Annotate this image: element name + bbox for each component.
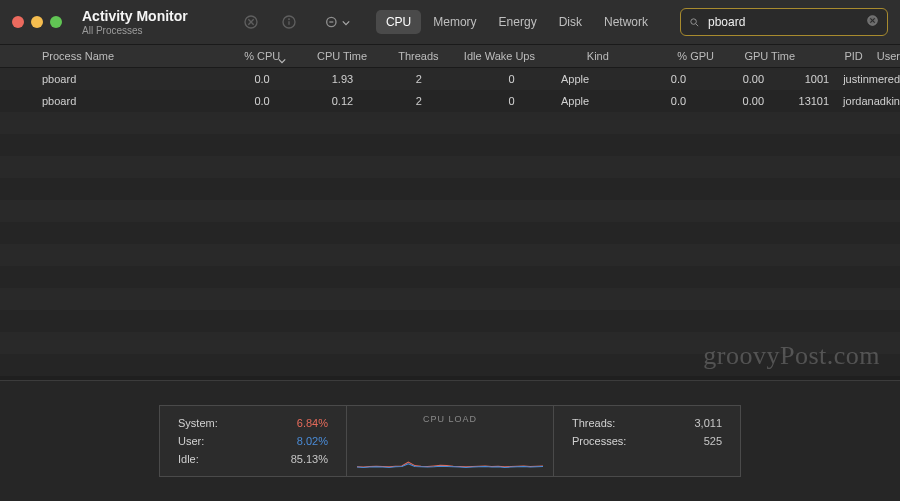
tab-disk[interactable]: Disk [549, 10, 592, 34]
window-controls [12, 16, 62, 28]
table-row [0, 288, 900, 310]
cell-threads: 2 [363, 95, 432, 107]
cell-pid: 13101 [774, 95, 839, 107]
cell-gputime: 0.00 [696, 73, 774, 85]
category-tabs: CPU Memory Energy Disk Network [376, 10, 658, 34]
cell-name: pboard [0, 95, 196, 107]
cpu-load-chart: CPU LOAD [347, 405, 553, 477]
table-row [0, 178, 900, 200]
search-input[interactable] [706, 14, 860, 30]
tab-cpu[interactable]: CPU [376, 10, 421, 34]
cell-user: jordanadkin [839, 95, 900, 107]
cell-user: justinmered [839, 73, 900, 85]
col-gpu-time[interactable]: GPU Time [724, 50, 805, 62]
cell-kind: Apple [525, 95, 626, 107]
cell-kind: Apple [525, 73, 626, 85]
fullscreen-icon[interactable] [50, 16, 62, 28]
xmark-circle-icon [866, 14, 879, 27]
process-table-body: pboard0.01.9320Apple0.00.001001justinmer… [0, 68, 900, 376]
idle-label: Idle: [178, 453, 199, 465]
col-process-name[interactable]: Process Name [0, 50, 203, 62]
clear-search-button[interactable] [866, 14, 879, 30]
col-cpu-time[interactable]: CPU Time [290, 50, 377, 62]
col-user[interactable]: User [873, 50, 900, 62]
cell-time: 1.93 [280, 73, 363, 85]
cell-wake: 0 [432, 95, 525, 107]
col-pid[interactable]: PID [805, 50, 873, 62]
table-row [0, 310, 900, 332]
cell-gputime: 0.00 [696, 95, 774, 107]
table-row [0, 134, 900, 156]
system-label: System: [178, 417, 218, 429]
cpu-load-title: CPU LOAD [365, 414, 535, 424]
table-row [0, 244, 900, 266]
cell-time: 0.12 [280, 95, 363, 107]
cell-cpu: 0.0 [196, 73, 279, 85]
cpu-sparkline [357, 438, 543, 468]
close-icon[interactable] [12, 16, 24, 28]
minimize-icon[interactable] [31, 16, 43, 28]
search-field[interactable] [680, 8, 888, 36]
titlebar: Activity Monitor All Processes CPU Memor… [0, 0, 900, 45]
processes-label: Processes: [572, 435, 626, 447]
cell-wake: 0 [432, 73, 525, 85]
col-threads[interactable]: Threads [377, 50, 448, 62]
table-row[interactable]: pboard0.01.9320Apple0.00.001001justinmer… [0, 68, 900, 90]
tab-network[interactable]: Network [594, 10, 658, 34]
cell-cpu: 0.0 [196, 95, 279, 107]
processes-value: 525 [704, 435, 722, 447]
threads-label: Threads: [572, 417, 615, 429]
table-row [0, 156, 900, 178]
svg-point-8 [691, 18, 697, 23]
col-kind[interactable]: Kind [545, 50, 651, 62]
cell-gpu: 0.0 [626, 95, 697, 107]
footer-panel: System:6.84% User:8.02% Idle:85.13% CPU … [0, 380, 900, 501]
options-menu-button[interactable] [314, 9, 354, 35]
table-row [0, 222, 900, 244]
app-title: Activity Monitor All Processes [82, 8, 188, 36]
table-row [0, 112, 900, 134]
counts-panel: Threads:3,011 Processes:525 [553, 405, 741, 477]
user-label: User: [178, 435, 204, 447]
info-circle-icon [281, 14, 297, 30]
svg-point-5 [289, 19, 290, 20]
app-title-sub: All Processes [82, 25, 188, 36]
stop-circle-icon [243, 14, 259, 30]
minus-circle-icon [326, 14, 342, 30]
table-row [0, 200, 900, 222]
svg-line-9 [696, 23, 698, 25]
cell-threads: 2 [363, 73, 432, 85]
cpu-summary-panel: System:6.84% User:8.02% Idle:85.13% [159, 405, 347, 477]
chevron-down-icon [342, 19, 350, 27]
table-row[interactable]: pboard0.00.1220Apple0.00.0013101jordanad… [0, 90, 900, 112]
cell-pid: 1001 [774, 73, 839, 85]
col-idle-wake[interactable]: Idle Wake Ups [449, 50, 545, 62]
col-gpu-percent[interactable]: % GPU [651, 50, 724, 62]
cell-name: pboard [0, 73, 196, 85]
table-row [0, 266, 900, 288]
watermark: groovyPost.com [703, 341, 880, 371]
cell-gpu: 0.0 [626, 73, 697, 85]
threads-value: 3,011 [694, 417, 722, 429]
user-value: 8.02% [297, 435, 328, 447]
app-title-main: Activity Monitor [82, 8, 188, 24]
inspect-process-button[interactable] [276, 9, 302, 35]
chevron-down-icon [278, 55, 286, 67]
stop-process-button[interactable] [238, 9, 264, 35]
tab-memory[interactable]: Memory [423, 10, 486, 34]
system-value: 6.84% [297, 417, 328, 429]
col-cpu-percent[interactable]: % CPU [203, 50, 290, 62]
tab-energy[interactable]: Energy [489, 10, 547, 34]
idle-value: 85.13% [291, 453, 328, 465]
table-header: Process Name % CPU CPU Time Threads Idle… [0, 45, 900, 68]
search-icon [689, 16, 700, 29]
